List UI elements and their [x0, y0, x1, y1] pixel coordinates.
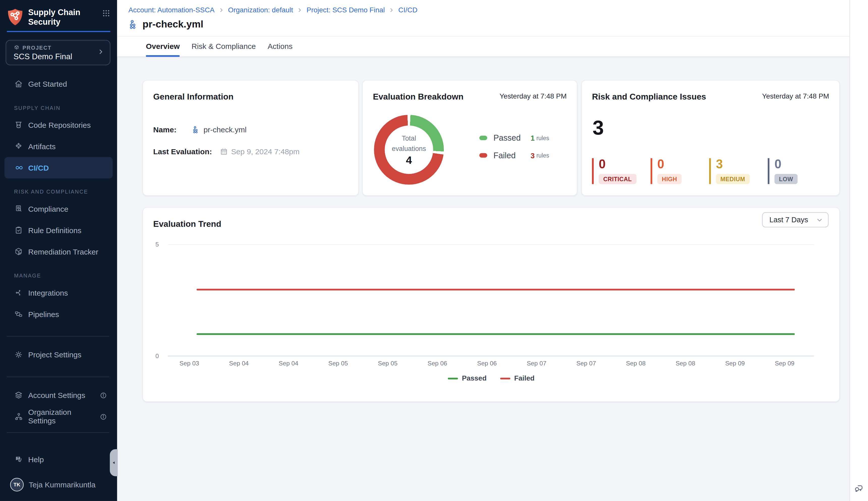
sidebar-item-account-settings[interactable]: Account Settings: [4, 385, 113, 406]
sidebar: Supply Chain Security PROJECT SCS Demo F…: [0, 0, 117, 501]
severity-badge: CRITICAL: [599, 174, 636, 184]
severity-tile-low: 0LOW: [767, 158, 816, 184]
sidebar-item-compliance[interactable]: Compliance: [4, 198, 113, 220]
x-axis-tick: Sep 03: [165, 360, 214, 366]
sidebar-item-help[interactable]: ? Help: [4, 449, 113, 470]
severity-tile-critical: 0CRITICAL: [592, 158, 640, 184]
divider: [7, 433, 109, 433]
info-circle-icon[interactable]: [100, 392, 107, 399]
sidebar-item-rule-definitions[interactable]: Rule Definitions: [4, 220, 113, 241]
last-evaluation-label: Last Evaluation:: [153, 147, 212, 156]
sidebar-item-organization-settings[interactable]: Organization Settings: [4, 406, 113, 427]
gridline-top: [168, 244, 814, 245]
sidebar-item-artifacts[interactable]: Artifacts: [4, 136, 113, 157]
legend-value: 1: [531, 134, 535, 142]
org-chart-icon: [14, 412, 23, 422]
x-axis-tick: Sep 06: [462, 360, 512, 366]
trend-line-failed: [197, 289, 795, 290]
project-selector-value: SCS Demo Final: [14, 52, 103, 61]
doc-search-icon: [14, 205, 23, 214]
legend-dash-icon: [448, 377, 458, 379]
sidebar-item-code-repositories[interactable]: Code Repositories: [4, 115, 113, 136]
evaluation-breakdown-card: Evaluation Breakdown Yesterday at 7:48 P…: [362, 80, 577, 196]
breadcrumb-link-project-scs-demo-final[interactable]: Project: SCS Demo Final: [307, 6, 385, 14]
tab-actions[interactable]: Actions: [268, 36, 293, 56]
gear-icon: [14, 350, 23, 359]
x-axis-labels: Sep 03Sep 04Sep 04Sep 05Sep 05Sep 06Sep …: [165, 360, 809, 366]
triangle-left-icon: [111, 460, 116, 466]
card-title: Evaluation Breakdown: [373, 92, 463, 101]
sidebar-collapse-handle[interactable]: [110, 449, 118, 476]
card-timestamp: Yesterday at 7:48 PM: [500, 92, 567, 100]
x-axis-tick: Sep 08: [661, 360, 710, 366]
trend-line-passed: [197, 333, 795, 335]
info-circle-icon[interactable]: [100, 413, 107, 420]
date-range-dropdown[interactable]: Last 7 Days: [762, 212, 829, 227]
avatar: TK: [10, 478, 24, 492]
sidebar-item-pipelines[interactable]: Pipelines: [4, 304, 113, 325]
breadcrumb: Account: Automation-SSCAOrganization: de…: [128, 6, 417, 14]
trend-legend-item-failed[interactable]: Failed: [500, 374, 535, 382]
page-title: pr-check.yml: [143, 19, 203, 31]
trend-legend-item-passed[interactable]: Passed: [448, 374, 487, 382]
breakdown-legend-row-passed: Passed1rules: [479, 132, 569, 143]
main-area: Account: Automation-SSCAOrganization: de…: [117, 0, 868, 501]
breakdown-legend-row-failed: Failed3rules: [479, 150, 569, 161]
project-selector[interactable]: PROJECT SCS Demo Final: [6, 40, 110, 65]
breadcrumb-link-organization-default[interactable]: Organization: default: [228, 6, 293, 14]
severity-badge: MEDIUM: [716, 174, 750, 184]
page-title-row: pr-check.yml: [128, 19, 203, 31]
box-icon: [14, 247, 23, 256]
chat-bubbles-icon[interactable]: [854, 483, 864, 493]
svg-text:?: ?: [17, 457, 19, 460]
date-range-value: Last 7 Days: [770, 215, 816, 224]
shield-logo-icon: [7, 8, 24, 26]
sidebar-item-integrations[interactable]: Integrations: [4, 282, 113, 304]
sidebar-header: Supply Chain Security: [0, 0, 117, 27]
evaluation-trend-card: Evaluation Trend Last 7 Days 5 0 Sep 03S…: [143, 207, 840, 402]
integrations-icon: [14, 288, 23, 297]
nav-item-label: Account Settings: [28, 391, 85, 400]
user-name: Teja Kummarikuntla: [29, 481, 96, 489]
project-selector-label: PROJECT: [22, 45, 51, 51]
clipboard-icon: [14, 226, 23, 235]
legend-dash-icon: [500, 377, 510, 379]
sidebar-item-get-started[interactable]: Get Started: [4, 73, 113, 95]
tab-risk-compliance[interactable]: Risk & Compliance: [192, 36, 256, 56]
pipeline-icon: [128, 19, 139, 30]
divider: [7, 377, 109, 377]
tab-overview[interactable]: Overview: [146, 36, 180, 56]
name-value: pr-check.yml: [203, 126, 247, 134]
artifacts-icon: [14, 142, 23, 151]
last-evaluation-row: Last Evaluation: Sep 9, 2024 7:48pm: [153, 147, 300, 156]
sidebar-item-project-settings[interactable]: Project Settings: [4, 344, 113, 365]
y-axis-tick-min: 0: [147, 352, 159, 359]
donut-center: Total evaluations 4: [374, 115, 444, 185]
legend-value: 3: [531, 151, 535, 160]
breadcrumb-separator-icon: [389, 7, 395, 13]
name-label: Name:: [153, 126, 177, 134]
app-switcher-icon[interactable]: [102, 9, 111, 18]
chevron-down-icon: [816, 216, 823, 223]
trend-legend: PassedFailed: [143, 374, 839, 382]
user-menu[interactable]: TK Teja Kummarikuntla: [4, 475, 113, 494]
legend-label: Failed: [514, 374, 535, 382]
sidebar-item-ci-cd[interactable]: CI/CD: [4, 157, 113, 179]
severity-count: 0: [599, 158, 640, 171]
nav-item-label: Project Settings: [28, 351, 82, 359]
risk-compliance-card: Risk and Compliance Issues Yesterday at …: [581, 80, 840, 196]
last-evaluation-value: Sep 9, 2024 7:48pm: [231, 147, 300, 156]
nav-item-label: Get Started: [28, 80, 67, 88]
app: Supply Chain Security PROJECT SCS Demo F…: [0, 0, 868, 501]
breadcrumb-link-ci-cd[interactable]: CI/CD: [398, 6, 418, 14]
help-rail: [849, 0, 868, 501]
risk-total-count: 3: [593, 118, 604, 138]
app-title: Supply Chain Security: [28, 8, 82, 26]
breadcrumb-link-account-automation-ssca[interactable]: Account: Automation-SSCA: [128, 6, 215, 14]
severity-tile-medium: 3MEDIUM: [709, 158, 757, 184]
infinity-icon: [14, 163, 23, 173]
x-axis-tick: Sep 09: [760, 360, 809, 366]
x-axis-tick: Sep 08: [611, 360, 661, 366]
sidebar-item-remediation-tracker[interactable]: Remediation Tracker: [4, 241, 113, 263]
nav-item-label: Rule Definitions: [28, 226, 82, 235]
